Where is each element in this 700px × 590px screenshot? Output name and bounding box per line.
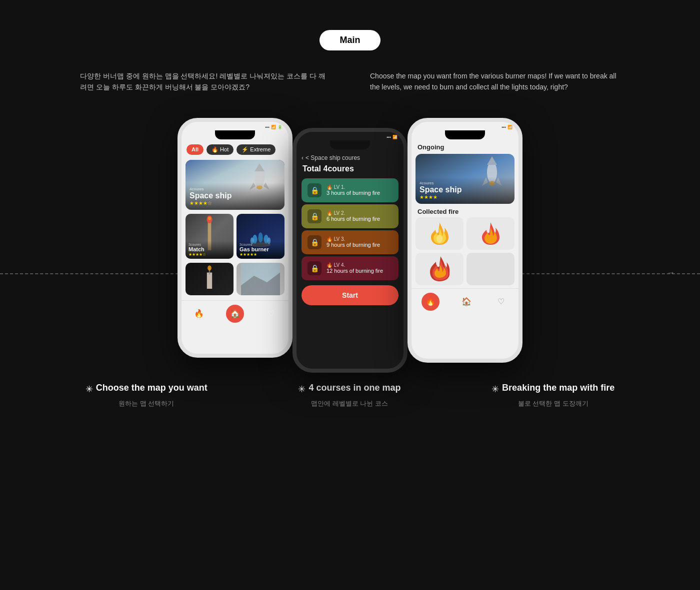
course-lv2-hours: 6 hours of burning fire: [326, 216, 380, 222]
home-nav-icon-active[interactable]: 🏠: [226, 305, 244, 323]
caption-1: ✳ Choose the map you want 원하는 맵 선택하기: [86, 383, 208, 408]
lock-icon-lv2: 🔒: [308, 209, 322, 223]
phone3-hero-title: Space ship: [420, 185, 510, 194]
fire-cell-4[interactable]: [466, 253, 514, 285]
course-lv4-hours: 12 hours of burning fire: [326, 268, 383, 274]
signal3-icon: ▪▪▪: [502, 125, 506, 129]
bottom-cards-row: [182, 261, 288, 297]
phone3-hero[interactable]: 4coures Space ship ★★★★: [416, 154, 514, 204]
course-lv1-hours: 3 hours of burning fire: [326, 190, 380, 196]
phone3-heart-nav[interactable]: ♡: [494, 294, 508, 309]
caption-1-subtitle: 원하는 맵 선택하기: [86, 399, 208, 408]
phone3-bottom-nav: 🔥 🏠 ♡: [412, 288, 518, 315]
phone1-status-icons: ▪▪▪ 📶 🔋: [265, 125, 282, 129]
match-card-stars: ★★★★☆: [188, 252, 230, 257]
caption-2-header: ✳ 4 courses in one map: [298, 383, 400, 396]
filter-extreme-button[interactable]: ⚡ Extreme: [236, 144, 276, 155]
match-card-badge: 3coures: [188, 243, 230, 246]
svg-point-17: [208, 265, 212, 270]
phones-section: ▪▪▪ 📶 🔋 All 🔥 Hot ⚡ Extreme: [0, 118, 700, 373]
captions-section: ✳ Choose the map you want 원하는 맵 선택하기 ✳ 4…: [0, 373, 700, 428]
match-card[interactable]: 3coures Match ★★★★☆: [186, 214, 234, 259]
fire-cell-2[interactable]: [466, 217, 514, 250]
svg-rect-15: [207, 272, 212, 289]
caption-2-subtitle: 맵안에 레벨별로 나뉜 코스: [298, 399, 400, 408]
svg-point-25: [436, 235, 442, 243]
wifi-icon: 📶: [271, 125, 276, 129]
heart-nav-icon[interactable]: ♡: [264, 306, 278, 321]
caption-1-icon: ✳: [86, 384, 93, 395]
course-lv2-label: 🔥 LV 2.: [326, 210, 380, 216]
svg-point-7: [208, 216, 212, 220]
gas-burner-card-overlay: 3coures Gas burner ★★★★★: [236, 241, 284, 259]
course-info-lv4: 🔥 LV 4. 12 hours of burning fire: [326, 262, 383, 274]
course-item-lv1[interactable]: 🔒 🔥 LV 1. 3 hours of burning fire: [302, 178, 398, 202]
filter-all-button[interactable]: All: [186, 144, 204, 155]
main-title: Main: [320, 30, 380, 50]
signal-icon: ▪▪▪: [265, 125, 270, 129]
collected-label: Collected fire: [412, 204, 518, 217]
hero-card[interactable]: 4coures Space ship ★★★★☆: [186, 160, 284, 210]
fire-cell-3[interactable]: [416, 253, 464, 285]
course-lv3-label: 🔥 LV 3.: [326, 236, 380, 242]
header-section: Main: [0, 0, 700, 50]
back-label: < Space ship coures: [306, 154, 360, 161]
course-lv3-hours: 9 hours of burning fire: [326, 242, 380, 248]
course-item-lv2[interactable]: 🔒 🔥 LV 2. 6 hours of burning fire: [302, 204, 398, 228]
wifi2-icon: 📶: [392, 135, 398, 139]
signal2-icon: ▪▪▪: [386, 135, 391, 139]
course-lv4-label: 🔥 LV 4.: [326, 262, 383, 268]
course-lv1-label: 🔥 LV 1.: [326, 184, 380, 190]
flame-nav-icon[interactable]: 🔥: [192, 306, 206, 321]
lock-icon-lv1: 🔒: [308, 183, 322, 197]
caption-2-title: 4 courses in one map: [308, 383, 400, 393]
hero-card-stars: ★★★★☆: [190, 200, 280, 206]
landscape-svg: [236, 263, 284, 295]
course-info-lv1: 🔥 LV 1. 3 hours of burning fire: [326, 184, 380, 196]
phone1: ▪▪▪ 📶 🔋 All 🔥 Hot ⚡ Extreme: [178, 118, 292, 358]
start-button[interactable]: Start: [302, 285, 398, 305]
match-card-overlay: 3coures Match ★★★★☆: [186, 241, 234, 259]
course-item-lv4[interactable]: 🔒 🔥 LV 4. 12 hours of burning fire: [302, 256, 398, 280]
svg-marker-1: [254, 163, 264, 171]
bottom-card-right[interactable]: [236, 263, 284, 295]
hero-card-overlay: 4coures Space ship ★★★★☆: [186, 183, 284, 210]
caption-1-header: ✳ Choose the map you want: [86, 383, 208, 396]
fire-svg-1: [428, 220, 451, 247]
phone2-status-icons: ▪▪▪ 📶: [386, 135, 398, 139]
phone3-flame-nav[interactable]: 🔥: [422, 293, 440, 311]
filter-hot-button[interactable]: 🔥 Hot: [206, 144, 234, 155]
phone2-back[interactable]: ‹ < Space ship coures: [296, 151, 404, 164]
caption-3-icon: ✳: [492, 384, 499, 395]
phone2-title: Total 4coures: [296, 164, 404, 176]
description-section: 다양한 버너맵 중에 원하는 맵을 선택하세요! 레벨별로 나눠져있는 코스를 …: [0, 70, 700, 93]
course-item-lv3[interactable]: 🔒 🔥 LV 3. 9 hours of burning fire: [302, 230, 398, 254]
fire-grid: [412, 217, 518, 285]
phone1-wrapper: ▪▪▪ 📶 🔋 All 🔥 Hot ⚡ Extreme: [178, 118, 292, 358]
gas-burner-card[interactable]: 3coures Gas burner ★★★★★: [236, 214, 284, 259]
phone1-bottom-nav: 🔥 🏠 ♡: [182, 300, 288, 327]
fire-svg-3: [428, 255, 451, 283]
svg-marker-21: [487, 156, 497, 165]
caption-2-icon: ✳: [298, 384, 306, 395]
phone3-hero-overlay: 4coures Space ship ★★★★: [416, 177, 514, 204]
desc-english: Choose the map you want from the various…: [370, 70, 620, 93]
phone2: ▪▪▪ 📶 ‹ < Space ship coures Total 4coure…: [292, 128, 408, 373]
phone3-status-icons: ▪▪▪ 📶: [502, 125, 512, 129]
phone3-wrapper: ▪▪▪ 📶 Ongoing: [408, 118, 522, 363]
fire-cell-1[interactable]: [416, 217, 464, 250]
gas-card-badge: 3coures: [240, 243, 282, 246]
phone3-home-nav[interactable]: 🏠: [459, 294, 474, 309]
match-card-title: Match: [188, 246, 230, 252]
caption-3-header: ✳ Breaking the map with fire: [492, 383, 614, 396]
phone3-hero-badge: 4coures: [420, 181, 510, 185]
phone3: ▪▪▪ 📶 Ongoing: [408, 118, 522, 363]
gas-card-title: Gas burner: [240, 246, 282, 252]
caption-1-title: Choose the map you want: [96, 383, 208, 393]
gas-card-stars: ★★★★★: [240, 252, 282, 257]
hero-card-title: Space ship: [190, 191, 280, 200]
ongoing-label: Ongoing: [412, 141, 518, 154]
caption-2: ✳ 4 courses in one map 맵안에 레벨별로 나뉜 코스: [298, 383, 400, 408]
course-info-lv3: 🔥 LV 3. 9 hours of burning fire: [326, 236, 380, 248]
bottom-card-left[interactable]: [186, 263, 234, 295]
